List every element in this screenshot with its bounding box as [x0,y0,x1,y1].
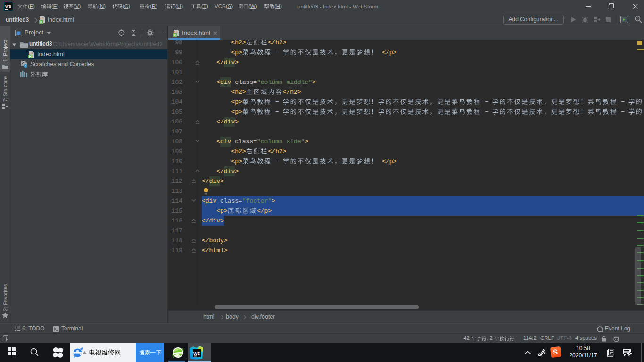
svg-text:H: H [29,55,32,58]
svg-text:H: H [174,33,176,37]
svg-text:WS: WS [193,351,200,356]
svg-text:WS: WS [5,4,12,8]
svg-text:H: H [40,20,42,24]
